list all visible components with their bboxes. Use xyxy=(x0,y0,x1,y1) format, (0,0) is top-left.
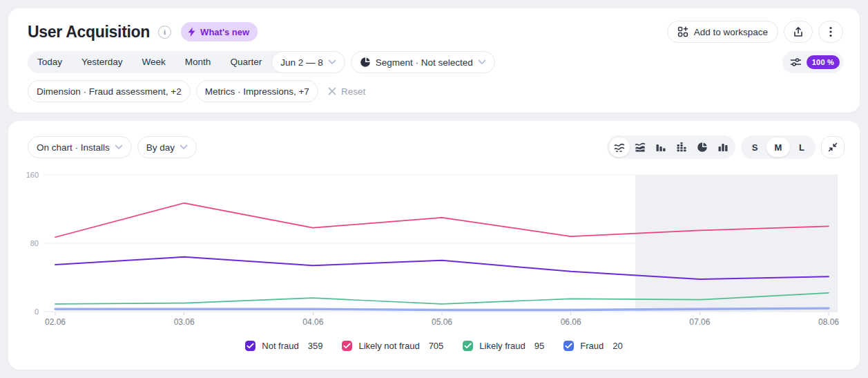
whats-new-label: What's new xyxy=(200,27,249,37)
y-axis-label: 80 xyxy=(30,239,39,247)
header-card: User Acquisition i What's new Add to wor… xyxy=(8,8,860,113)
more-menu-button[interactable] xyxy=(818,21,843,43)
legend-item-likely-not-fraud[interactable]: Likely not fraud705 xyxy=(342,341,443,351)
legend-label: Likely fraud xyxy=(479,341,525,351)
legend-item-likely-fraud[interactable]: Likely fraud95 xyxy=(463,341,544,351)
date-filter-row: Today Yesterday Week Month Quarter Jun 2… xyxy=(28,51,843,73)
x-axis-label: 05.06 xyxy=(432,317,452,327)
chart-canvas[interactable]: 16080002.0603.0604.0605.0606.0607.0608.0… xyxy=(8,121,860,337)
kebab-icon xyxy=(829,26,832,37)
lightning-icon xyxy=(187,27,196,37)
share-icon xyxy=(793,26,804,38)
page-title: User Acquisition xyxy=(28,23,150,41)
legend-value: 95 xyxy=(534,341,544,351)
whats-new-badge[interactable]: What's new xyxy=(181,22,258,41)
date-preset-group: Today Yesterday Week Month Quarter Jun 2… xyxy=(28,51,345,73)
legend-value: 20 xyxy=(613,341,622,351)
legend-item-fraud[interactable]: Fraud20 xyxy=(563,341,622,351)
metrics-label: Metrics · Impressions, +7 xyxy=(205,86,309,97)
workspace-grid-icon xyxy=(677,26,688,37)
y-axis-label: 160 xyxy=(26,171,39,179)
metrics-chip[interactable]: Metrics · Impressions, +7 xyxy=(196,80,318,102)
dimension-chip[interactable]: Dimension · Fraud assessment, +2 xyxy=(28,80,191,102)
dimension-label: Dimension · Fraud assessment, +2 xyxy=(37,86,182,97)
date-range-label: Jun 2 — 8 xyxy=(280,57,323,68)
preset-yesterday[interactable]: Yesterday xyxy=(72,51,133,73)
info-icon[interactable]: i xyxy=(158,26,171,39)
legend-checkbox[interactable] xyxy=(245,341,255,351)
legend-checkbox[interactable] xyxy=(563,341,574,351)
preset-month[interactable]: Month xyxy=(175,51,221,73)
sliders-icon xyxy=(790,57,802,68)
sampling-settings-button[interactable]: 100 % xyxy=(782,51,843,73)
dimension-filter-row: Dimension · Fraud assessment, +2 Metrics… xyxy=(28,80,843,102)
legend-label: Likely not fraud xyxy=(358,341,419,351)
chart-line-fraud xyxy=(55,308,829,310)
legend-checkbox[interactable] xyxy=(342,341,352,351)
legend-item-not-fraud[interactable]: Not fraud359 xyxy=(245,341,322,351)
chevron-down-icon xyxy=(328,59,336,65)
segment-selector[interactable]: Segment · Not selected xyxy=(351,51,495,73)
preset-today[interactable]: Today xyxy=(28,51,72,73)
segment-label: Segment · Not selected xyxy=(376,57,473,68)
header-row: User Acquisition i What's new Add to wor… xyxy=(8,8,860,43)
close-icon xyxy=(328,87,336,95)
x-axis-label: 08.06 xyxy=(818,317,839,327)
share-button[interactable] xyxy=(784,21,813,43)
x-axis-label: 07.06 xyxy=(689,317,710,327)
reset-button[interactable]: Reset xyxy=(328,86,365,97)
x-axis-label: 02.06 xyxy=(45,317,66,327)
chart-card: On chart · Installs By day xyxy=(8,121,860,370)
x-axis-label: 03.06 xyxy=(174,317,195,327)
dashboard-page: { "header": { "title": "User Acquisition… xyxy=(0,0,868,378)
preset-quarter[interactable]: Quarter xyxy=(220,51,271,73)
segment-icon xyxy=(360,57,371,68)
y-axis-label: 0 xyxy=(35,308,39,316)
legend-checkbox[interactable] xyxy=(463,341,473,351)
legend-value: 705 xyxy=(429,341,444,351)
add-to-workspace-button[interactable]: Add to workspace xyxy=(667,21,778,43)
sampling-badge: 100 % xyxy=(807,55,840,69)
x-axis-label: 06.06 xyxy=(561,317,581,327)
chevron-down-icon xyxy=(478,59,486,65)
add-to-workspace-label: Add to workspace xyxy=(694,27,768,37)
preset-week[interactable]: Week xyxy=(133,51,175,73)
legend-label: Fraud xyxy=(580,341,604,351)
date-range-picker[interactable]: Jun 2 — 8 xyxy=(271,51,345,73)
chart-legend: Not fraud359Likely not fraud705Likely fr… xyxy=(8,341,860,351)
legend-label: Not fraud xyxy=(262,341,298,351)
reset-label: Reset xyxy=(341,86,365,97)
x-axis-label: 04.06 xyxy=(302,317,323,327)
legend-value: 359 xyxy=(308,341,323,351)
